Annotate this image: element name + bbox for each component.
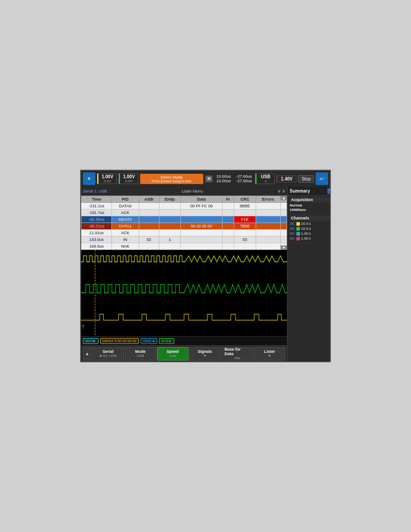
- channel2-display[interactable]: 1.00V 0.0V: [119, 173, 138, 184]
- menu-speed-val: Low: [169, 354, 176, 358]
- demo-mode-button[interactable]: Demo Mode Press [Default Setup] to Exit.: [140, 174, 203, 184]
- channel-row-2: DC 1.00:1: [290, 232, 330, 236]
- cell-time: 169.9us: [81, 243, 112, 250]
- stop-button[interactable]: Stop: [298, 175, 314, 183]
- lister-body: -231.1us DATA0 00 FF FC 00 8BBE -191.7us…: [81, 203, 287, 250]
- menu-speed-label: Speed: [167, 349, 179, 354]
- ch-dc-label: DC: [290, 222, 295, 226]
- oscilloscope-display: ❄ 1.00V 0.0V 1.00V 0.0V Demo Mode Press …: [80, 170, 331, 362]
- lister-row-5[interactable]: 143.0us IN 02 1 03: [81, 236, 287, 243]
- cell-fr: [223, 223, 234, 230]
- cell-data: [180, 230, 222, 236]
- cell-data: [180, 243, 222, 250]
- acquisition-title: Acquisition: [290, 197, 330, 202]
- cell-data: [180, 210, 222, 216]
- menu-lister[interactable]: Lister ▼: [254, 347, 285, 360]
- cell-errors: [256, 243, 280, 250]
- cell-crc: [234, 243, 256, 250]
- ch-color-indicator: [296, 227, 300, 231]
- menu-signals-arrow: ▼: [203, 354, 207, 358]
- menu-mode-label: Mode: [135, 349, 146, 354]
- lister-menu-label[interactable]: Lister Menu: [182, 189, 203, 193]
- decode-crc: 7B5E◄: [141, 338, 158, 344]
- cell-addr: [139, 243, 159, 250]
- lister-row-6[interactable]: 169.9us NAK: [81, 243, 287, 250]
- acq-mode-row: Normal: [290, 203, 330, 207]
- cell-crc: [234, 210, 256, 216]
- decode-data1: DATA1 4 00 02 00 00: [100, 338, 139, 344]
- trigger-channel[interactable]: USB 2: [255, 173, 275, 184]
- cell-fr: [223, 203, 234, 210]
- decode-md0: MD0►: [83, 338, 98, 344]
- auto-icon[interactable]: A7: [316, 172, 328, 185]
- snowflake-icon[interactable]: ❄: [83, 172, 95, 185]
- ext-channel[interactable]: 1.40V: [277, 176, 296, 182]
- cell-time: 143.0us: [81, 236, 112, 243]
- acq-rate-val: 100MSa/s: [290, 208, 306, 212]
- channels-section: Channels DC 10.0:1 DC 10.0:1 DC 1.00:1 D…: [287, 214, 330, 243]
- sidebar-icon-btn[interactable]: ☰: [327, 188, 330, 194]
- cell-addr: [139, 223, 159, 230]
- channel-row-1: DC 10.0:1: [290, 227, 330, 231]
- menu-signals[interactable]: Signals ▼: [189, 347, 221, 360]
- cell-errors: [256, 236, 280, 243]
- ch-value: 10.0:1: [301, 222, 311, 226]
- trigger-num: 2: [265, 179, 266, 183]
- col-time: Time: [81, 196, 112, 203]
- demo-text: Demo Mode: [144, 175, 200, 180]
- ch-dc-label: DC: [290, 227, 295, 231]
- lister-row-0[interactable]: -231.1us DATA0 00 FF FC 00 8BBE: [81, 203, 287, 210]
- menu-speed[interactable]: Speed Low: [157, 347, 188, 360]
- channels-list: DC 10.0:1 DC 10.0:1 DC 1.00:1 DC 1.00:1: [290, 222, 330, 240]
- summary-label: Summary: [290, 189, 310, 193]
- acq-rate-row: 100MSa/s: [290, 208, 330, 212]
- time-display: 10.00us 10.00us: [214, 174, 232, 184]
- cell-addr: 02: [139, 236, 159, 243]
- main-area: Serial 1: USB Lister Menu ∨ ∧ Time PID A…: [81, 187, 330, 361]
- bottom-menu-bar: ▲ Serial ■ S1: USB Mode USB Speed Low: [81, 345, 287, 361]
- cell-data: 00 02 00 00: [180, 223, 222, 230]
- menu-mode-val: USB: [137, 354, 144, 358]
- menu-serial[interactable]: Serial ■ S1: USB: [93, 347, 124, 360]
- cell-addr: [139, 203, 159, 210]
- col-addr: Addr: [139, 196, 159, 203]
- channel1-display[interactable]: 1.00V 0.0V: [97, 173, 117, 184]
- waveform-svg: T: [81, 250, 287, 336]
- cell-errors: [256, 216, 280, 223]
- lister-row-4[interactable]: 11.91us ACK: [81, 230, 287, 236]
- lister-collapse-btn[interactable]: ∨ ∧: [278, 189, 285, 193]
- h-button[interactable]: H: [205, 176, 213, 182]
- cell-scroll-pad: [281, 236, 287, 243]
- channels-title: Channels: [290, 215, 330, 221]
- cell-crc: 8BBE: [234, 203, 256, 210]
- col-crc: CRC: [234, 196, 256, 203]
- lister-row-1[interactable]: -191.7us ACK: [81, 210, 287, 216]
- lister-row-3[interactable]: -96.21us DATA1 00 02 00 00 7B5E: [81, 223, 287, 230]
- ch-dc-label: DC: [290, 232, 295, 236]
- menu-base-val: Hex: [234, 356, 240, 360]
- cell-scroll-pad: [281, 223, 287, 230]
- ch-value: 1.00:1: [301, 236, 311, 240]
- ch1-voltage: 1.00V: [102, 174, 113, 179]
- ch-color-indicator: [296, 222, 300, 226]
- cell-pid: ACK: [112, 230, 139, 236]
- cell-fr: [223, 230, 234, 236]
- menu-serial-label: Serial: [103, 349, 114, 354]
- demo-sub: Press [Default Setup] to Exit.: [144, 180, 200, 183]
- cell-errors: [256, 203, 280, 210]
- menu-mode[interactable]: Mode USB: [125, 347, 156, 360]
- lister-header: Serial 1: USB Lister Menu ∨ ∧: [81, 187, 287, 196]
- ch-value: 1.00:1: [301, 232, 311, 236]
- cell-errors: [256, 230, 280, 236]
- menu-base[interactable]: Base for Data Hex: [222, 347, 253, 360]
- menu-up-arrow[interactable]: ▲: [83, 347, 92, 360]
- cell-scroll-pad: [281, 210, 287, 216]
- lister-row-2[interactable]: -62.35us MDATA F1E: [81, 216, 287, 223]
- ch-dc-label: DC: [290, 236, 295, 240]
- time1: 10.00us: [216, 174, 231, 179]
- menu-serial-val: ■ S1: USB: [100, 354, 117, 358]
- cell-scroll-pad: [281, 216, 287, 223]
- scroll-up-button[interactable]: ▲: [281, 196, 287, 200]
- scroll-down-button[interactable]: ▼: [281, 245, 287, 250]
- cell-errors: [256, 223, 280, 230]
